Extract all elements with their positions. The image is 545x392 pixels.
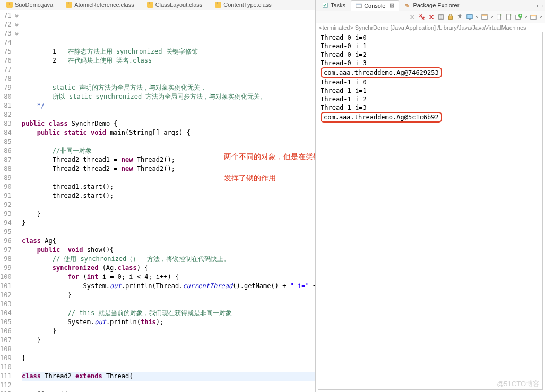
- code-line[interactable]: 1 在静态方法上用 synchronized 关键字修饰: [22, 47, 315, 56]
- code-line[interactable]: public class SynchrDemo {: [22, 119, 315, 128]
- code-line[interactable]: }: [22, 354, 315, 363]
- code-line[interactable]: for (int i = 0; i < 4; i++) {: [22, 273, 315, 282]
- caret-button[interactable]: [524, 13, 528, 21]
- yellow-minus-button[interactable]: [529, 13, 538, 21]
- minimize-icon[interactable]: ▭: [534, 2, 545, 10]
- file-icon: [215, 2, 221, 8]
- view-tab-tasks[interactable]: Tasks: [318, 0, 350, 11]
- code-line[interactable]: [22, 228, 315, 237]
- annotation-note: 两个不同的对象，但是在类锁中， 发挥了锁的作用: [199, 141, 315, 194]
- editor-tabs: SuoDemo.javaAtomicReference.classClassLa…: [0, 0, 315, 10]
- line-number: 82: [0, 110, 12, 119]
- line-number: 71: [0, 11, 12, 20]
- console-status: <terminated> SynchrDemo [Java Applicatio…: [316, 23, 545, 32]
- code-line[interactable]: System.out.println(Thread.currentThread(…: [22, 282, 315, 291]
- console-icon: [356, 3, 362, 9]
- code-line[interactable]: // 使用 synchronized（） 方法，将锁控制在代码快上。: [22, 255, 315, 264]
- line-number: 77: [0, 65, 12, 74]
- code-line[interactable]: @Override: [22, 390, 315, 392]
- package-explorer-icon: [404, 2, 411, 8]
- console-output[interactable]: Thread-0 i=0Thread-0 i=1Thread-0 i=2Thre…: [318, 32, 543, 390]
- line-number: 94: [0, 219, 12, 228]
- tab-label: Tasks: [331, 2, 345, 8]
- view-tab-package-explorer[interactable]: Package Explorer: [400, 0, 463, 11]
- editor-tab-classlayout-class[interactable]: ClassLayout.class: [144, 2, 206, 8]
- green-plus-button[interactable]: [514, 13, 523, 21]
- code-line[interactable]: [22, 201, 315, 210]
- file-icon: [147, 2, 153, 8]
- tab-label: Console: [364, 3, 385, 9]
- code-line[interactable]: class Thread2 extends Thread{: [22, 372, 315, 381]
- svg-rect-4: [407, 5, 410, 7]
- editor-tab-atomicreference-class[interactable]: AtomicReference.class: [63, 2, 137, 8]
- close-icon[interactable]: ⊠: [387, 2, 394, 9]
- code-content[interactable]: 1 在静态方法上用 synchronized 关键字修饰 2 在代码块上使用 类…: [19, 10, 315, 392]
- fold-marker[interactable]: ⊖: [15, 29, 19, 38]
- line-number: 104: [0, 309, 12, 318]
- code-line[interactable]: 2 在代码块上使用 类名.class: [22, 56, 315, 65]
- svg-rect-16: [531, 15, 537, 17]
- code-line[interactable]: [22, 363, 315, 372]
- view-tab-console[interactable]: Console⊠: [351, 0, 399, 12]
- line-number: 96: [0, 237, 12, 246]
- code-line[interactable]: [22, 345, 315, 354]
- line-number: 91: [0, 191, 12, 201]
- doc-up-button[interactable]: [505, 13, 513, 21]
- red-x-button[interactable]: [427, 13, 436, 21]
- filter-button[interactable]: [480, 13, 489, 21]
- doc-up-button[interactable]: [495, 13, 504, 21]
- code-line[interactable]: }: [22, 336, 315, 345]
- code-line[interactable]: // this 就是当前的对象，我们现在获得就是非同一对象: [22, 309, 315, 318]
- scroll-lock-button[interactable]: [446, 13, 455, 21]
- right-panel: TasksConsole⊠Package Explorer▭ <terminat…: [315, 0, 545, 392]
- code-line[interactable]: }: [22, 327, 315, 336]
- code-line[interactable]: [22, 110, 315, 119]
- code-line[interactable]: }: [22, 210, 315, 219]
- tab-label: Package Explorer: [413, 2, 459, 8]
- file-icon: [66, 2, 72, 8]
- line-number: 105: [0, 318, 12, 327]
- caret-button[interactable]: [475, 13, 479, 21]
- svg-rect-2: [356, 4, 362, 5]
- tab-label: ContentType.class: [223, 2, 272, 8]
- console-line: Thread-0 i=0: [321, 33, 540, 42]
- red-x-pair-button[interactable]: [418, 13, 426, 21]
- line-number: 112: [0, 381, 12, 390]
- code-line[interactable]: }: [22, 219, 315, 228]
- code-line[interactable]: System.out.println(this);: [22, 318, 315, 327]
- clear-button[interactable]: [437, 13, 445, 21]
- code-line[interactable]: 所以 static synchronized 方法为全局同步方法，与对象实例化无…: [22, 92, 315, 101]
- code-line[interactable]: [22, 300, 315, 309]
- line-number: 97: [0, 246, 12, 255]
- fold-marker[interactable]: ⊖: [15, 11, 19, 20]
- svg-rect-11: [497, 14, 501, 20]
- code-line[interactable]: [22, 38, 315, 47]
- code-line[interactable]: public void show(){: [22, 246, 315, 255]
- console-line: Thread-1 i=2: [321, 95, 540, 103]
- line-number: 111: [0, 372, 12, 381]
- gray-x-button[interactable]: [408, 13, 417, 21]
- fold-marker[interactable]: ⊖: [15, 20, 19, 29]
- code-line[interactable]: public static void main(String[] args) {: [22, 128, 315, 137]
- code-line[interactable]: */: [22, 101, 315, 110]
- monitor-button[interactable]: [465, 13, 474, 21]
- code-line[interactable]: [22, 74, 315, 83]
- editor-tab-suodemo-java[interactable]: SuoDemo.java: [3, 2, 56, 8]
- code-line[interactable]: synchronized (Ag.class) {: [22, 264, 315, 273]
- file-icon: [6, 2, 13, 8]
- caret-button[interactable]: [490, 13, 494, 21]
- code-line[interactable]: }: [22, 291, 315, 300]
- line-number: 103: [0, 300, 12, 309]
- caret-button[interactable]: [539, 13, 543, 21]
- tab-label: ClassLayout.class: [155, 2, 203, 8]
- code-line[interactable]: static 声明的方法为全局方法，与对象实例化无关，: [22, 83, 315, 92]
- code-editor[interactable]: 7172737475767778798081828384858687888990…: [0, 10, 315, 392]
- pin-button[interactable]: [456, 13, 464, 21]
- code-line[interactable]: [22, 381, 315, 390]
- code-line[interactable]: [22, 65, 315, 74]
- console-line: Thread-1 i=1: [321, 86, 540, 95]
- code-line[interactable]: class Ag{: [22, 237, 315, 246]
- editor-tab-contenttype-class[interactable]: ContentType.class: [212, 2, 275, 8]
- line-number: 110: [0, 363, 12, 372]
- line-number: 107: [0, 336, 12, 345]
